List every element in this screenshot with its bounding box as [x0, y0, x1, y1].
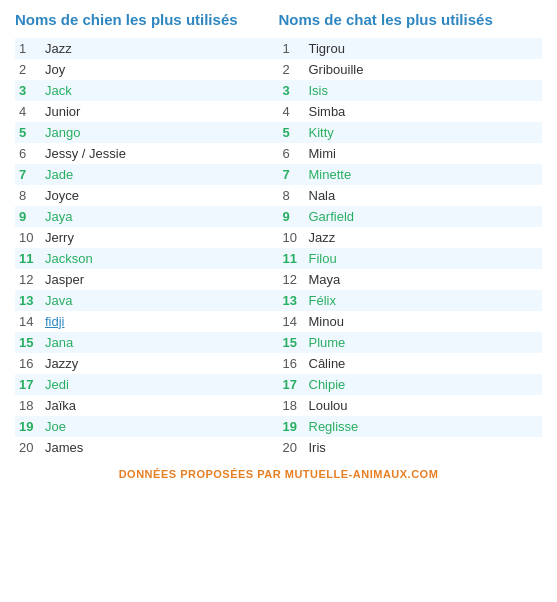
item-rank: 12: [283, 272, 309, 287]
list-item: 2Gribouille: [279, 59, 543, 80]
item-name: Joy: [45, 62, 65, 77]
item-name: Tigrou: [309, 41, 345, 56]
list-item: 10Jazz: [279, 227, 543, 248]
item-name: Minou: [309, 314, 344, 329]
item-name: Minette: [309, 167, 352, 182]
list-item: 3Isis: [279, 80, 543, 101]
list-item: 10Jerry: [15, 227, 279, 248]
item-rank: 7: [19, 167, 45, 182]
item-rank: 17: [19, 377, 45, 392]
item-rank: 5: [283, 125, 309, 140]
item-name: Jana: [45, 335, 73, 350]
item-name: Joyce: [45, 188, 79, 203]
item-name: Gribouille: [309, 62, 364, 77]
list-item: 17Chipie: [279, 374, 543, 395]
item-name: Jasper: [45, 272, 84, 287]
item-rank: 15: [283, 335, 309, 350]
item-rank: 11: [283, 251, 309, 266]
list-item: 11Filou: [279, 248, 543, 269]
list-item: 14Minou: [279, 311, 543, 332]
item-name: Jade: [45, 167, 73, 182]
item-rank: 8: [283, 188, 309, 203]
item-name: Plume: [309, 335, 346, 350]
item-name: Jaïka: [45, 398, 76, 413]
item-rank: 8: [19, 188, 45, 203]
dog-column: Noms de chien les plus utilisés 1Jazz2Jo…: [15, 10, 279, 458]
footer-text: DONNÉES PROPOSÉES PAR MUTUELLE-ANIMAUX.C…: [15, 468, 542, 480]
item-rank: 19: [19, 419, 45, 434]
item-rank: 18: [19, 398, 45, 413]
dog-column-header: Noms de chien les plus utilisés: [15, 10, 279, 30]
list-item: 8Joyce: [15, 185, 279, 206]
item-name: Jazzy: [45, 356, 78, 371]
item-name: Jedi: [45, 377, 69, 392]
item-name: Isis: [309, 83, 329, 98]
list-item: 6Jessy / Jessie: [15, 143, 279, 164]
list-item: 12Maya: [279, 269, 543, 290]
item-rank: 16: [19, 356, 45, 371]
list-item: 7Minette: [279, 164, 543, 185]
item-rank: 3: [283, 83, 309, 98]
list-item: 5Jango: [15, 122, 279, 143]
list-item: 9Jaya: [15, 206, 279, 227]
item-name: Junior: [45, 104, 80, 119]
item-name: Jack: [45, 83, 72, 98]
list-item: 15Plume: [279, 332, 543, 353]
item-rank: 18: [283, 398, 309, 413]
item-name: Garfield: [309, 209, 355, 224]
item-name: Jaya: [45, 209, 72, 224]
main-content: Noms de chien les plus utilisés 1Jazz2Jo…: [15, 10, 542, 458]
item-rank: 2: [19, 62, 45, 77]
list-item: 12Jasper: [15, 269, 279, 290]
item-name: Jackson: [45, 251, 93, 266]
cat-column-header: Noms de chat les plus utilisés: [279, 10, 543, 30]
cat-column: Noms de chat les plus utilisés 1Tigrou2G…: [279, 10, 543, 458]
list-item: 3Jack: [15, 80, 279, 101]
list-item: 19Joe: [15, 416, 279, 437]
list-item: 18Jaïka: [15, 395, 279, 416]
list-item: 7Jade: [15, 164, 279, 185]
list-item: 4Simba: [279, 101, 543, 122]
list-item: 1Jazz: [15, 38, 279, 59]
item-name[interactable]: fidji: [45, 314, 65, 329]
item-rank: 4: [283, 104, 309, 119]
item-name: Chipie: [309, 377, 346, 392]
item-rank: 2: [283, 62, 309, 77]
item-name: Mimi: [309, 146, 336, 161]
list-item: 16Jazzy: [15, 353, 279, 374]
list-item: 20James: [15, 437, 279, 458]
item-name: Filou: [309, 251, 337, 266]
item-name: Kitty: [309, 125, 334, 140]
item-name: Jazz: [45, 41, 72, 56]
item-rank: 3: [19, 83, 45, 98]
item-rank: 20: [19, 440, 45, 455]
list-item: 4Junior: [15, 101, 279, 122]
item-rank: 14: [283, 314, 309, 329]
list-item: 19Reglisse: [279, 416, 543, 437]
item-rank: 14: [19, 314, 45, 329]
item-name: Jerry: [45, 230, 74, 245]
list-item: 2Joy: [15, 59, 279, 80]
item-name: Java: [45, 293, 72, 308]
item-name: Iris: [309, 440, 326, 455]
item-name: Reglisse: [309, 419, 359, 434]
item-rank: 11: [19, 251, 45, 266]
list-item: 5Kitty: [279, 122, 543, 143]
item-rank: 1: [19, 41, 45, 56]
list-item: 13Java: [15, 290, 279, 311]
item-rank: 9: [283, 209, 309, 224]
item-name: Jango: [45, 125, 80, 140]
item-name: Joe: [45, 419, 66, 434]
item-rank: 4: [19, 104, 45, 119]
item-rank: 13: [19, 293, 45, 308]
list-item: 17Jedi: [15, 374, 279, 395]
item-name: Simba: [309, 104, 346, 119]
list-item: 8Nala: [279, 185, 543, 206]
list-item: 1Tigrou: [279, 38, 543, 59]
item-rank: 16: [283, 356, 309, 371]
list-item: 6Mimi: [279, 143, 543, 164]
item-rank: 19: [283, 419, 309, 434]
list-item: 9Garfield: [279, 206, 543, 227]
list-item: 11Jackson: [15, 248, 279, 269]
item-name: Maya: [309, 272, 341, 287]
